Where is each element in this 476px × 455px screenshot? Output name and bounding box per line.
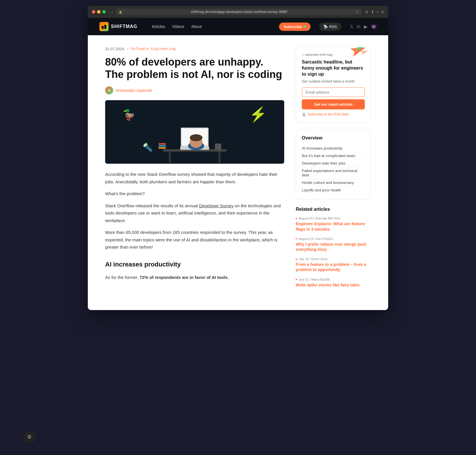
related-link-2[interactable]: From a feature to a problem – from a pro…: [296, 262, 371, 272]
address-bar[interactable]: 🔒 shiftmag.dev/unhappy-developers-stack-…: [116, 9, 362, 15]
related-items: August 26 / Antonija Bilic ArarEngineer …: [296, 217, 371, 287]
rss-label: RSS: [329, 25, 337, 29]
traffic-lights: [92, 10, 106, 14]
overview-card: Overview AI increases productivityBut it…: [296, 129, 371, 200]
svg-rect-3: [169, 152, 171, 163]
navbar: SHIFTMAG Articles Videos About Subscribe…: [88, 18, 388, 35]
newsletter-decoration: [345, 47, 371, 68]
overview-item-5[interactable]: Layoffs and poor health: [302, 187, 365, 194]
related-meta-3: July 11 / Mário Bujňák: [296, 278, 371, 281]
subscribe-label: Subscribe: [284, 25, 302, 29]
back-button[interactable]: ‹: [109, 10, 110, 14]
browser-window: ‹ › 🔒 shiftmag.dev/unhappy-developers-st…: [88, 6, 388, 310]
lock-icon: 🔒: [119, 10, 122, 14]
minimize-button[interactable]: [97, 10, 101, 14]
forward-button[interactable]: ›: [111, 10, 113, 14]
related-item-1: August 23 / Ivan Peričk1Why I prefer reb…: [296, 237, 371, 252]
para-4: More than 65,000 developers from 185 cou…: [105, 229, 284, 251]
overview-title: Overview: [302, 135, 365, 141]
person-svg: [154, 112, 235, 164]
newsletter-card: subscribe shift-mag Sarcastic headline, …: [296, 47, 371, 122]
subscribe-button[interactable]: Subscribe: [279, 23, 310, 31]
overview-item-0[interactable]: AI increases productivity: [302, 145, 365, 152]
content-wrapper: 31.07.2024. / Software Engineering 80% o…: [94, 35, 382, 310]
overview-list: AI increases productivityBut it's bad at…: [302, 145, 365, 194]
overview-item-4[interactable]: Hustle culture and bureaucracy: [302, 179, 365, 187]
section-heading: AI increases productivity: [105, 259, 284, 270]
subscribe-cta-button[interactable]: Get our latest articles: [302, 99, 365, 109]
related-meta-2: July 25 / Denis Gerić: [296, 257, 371, 261]
nav-about[interactable]: About: [191, 24, 202, 29]
related-item-0: August 26 / Antonija Bilic ArarEngineer …: [296, 217, 371, 232]
newsletter-sub: Get curated content twice a month: [302, 79, 365, 83]
svg-rect-1: [104, 25, 106, 29]
sidebar: subscribe shift-mag Sarcastic headline, …: [296, 47, 371, 293]
extensions-icon[interactable]: ⚙: [365, 10, 369, 14]
article-date: 31.07.2024.: [105, 47, 125, 51]
tabs-icon[interactable]: ⧉: [381, 10, 384, 14]
article-body: According to the new Stack Overflow surv…: [105, 171, 284, 281]
author-row: A Anastasija Uspenski: [105, 86, 284, 94]
related-link-0[interactable]: Engineer Explains: What are feature flag…: [296, 221, 371, 232]
widget-icon: ©: [28, 435, 31, 440]
live-dot: [304, 25, 306, 28]
duck-decoration: 🦆: [122, 109, 135, 121]
para-2: What's the problem?: [105, 190, 284, 197]
rss-link[interactable]: 📡 Subscribe to the RSS feed: [302, 112, 365, 116]
email-input[interactable]: [302, 87, 365, 97]
browser-actions: ⚙ ⬆ + ⧉: [365, 10, 384, 14]
page: SHIFTMAG Articles Videos About Subscribe…: [88, 18, 388, 310]
rss-link-text: Subscribe to the RSS feed: [308, 112, 348, 116]
bottom-widget[interactable]: ©: [23, 431, 36, 443]
svg-rect-0: [102, 26, 104, 29]
related-meta-0: August 26 / Antonija Bilic Arar: [296, 217, 371, 220]
svg-rect-8: [215, 143, 221, 150]
maximize-button[interactable]: [102, 10, 106, 14]
rss-button[interactable]: 📡 RSS: [319, 23, 341, 31]
article-category[interactable]: Software Engineering: [131, 47, 176, 51]
related-meta-1: August 23 / Ivan Peričk1: [296, 237, 371, 240]
related-section: Related articles August 26 / Antonija Bi…: [296, 207, 371, 287]
meta-divider: /: [127, 47, 129, 51]
nav-articles[interactable]: Articles: [152, 24, 165, 29]
overview-item-1[interactable]: But it's bad at complicated tasks: [302, 152, 365, 160]
browser-navigation: ‹ ›: [109, 10, 113, 14]
main-content: 31.07.2024. / Software Engineering 80% o…: [105, 47, 284, 293]
nav-videos[interactable]: Videos: [172, 24, 184, 29]
para-1: According to the new Stack Overflow surv…: [105, 171, 284, 185]
reddit-icon[interactable]: 👾: [371, 24, 377, 29]
para-3: Stack Overflow released the results of i…: [105, 202, 284, 224]
rss-icon-small: 📡: [302, 112, 306, 116]
author-avatar: A: [105, 86, 113, 94]
svg-point-12: [190, 134, 202, 141]
article-meta: 31.07.2024. / Software Engineering: [105, 47, 284, 51]
logo-svg: [101, 24, 107, 29]
author-name[interactable]: Anastasija Uspenski: [116, 88, 152, 93]
lightning-decoration: ⚡: [249, 106, 267, 123]
overview-item-3[interactable]: Failed expectations and technical debt: [302, 167, 365, 179]
developer-survey-link[interactable]: Developer Survey: [199, 203, 233, 208]
hero-image: 🦆 ⚡ 🔦: [105, 100, 284, 164]
overview-item-2[interactable]: Developers hate their jobs: [302, 160, 365, 167]
article-title: 80% of developers are unhappy. The probl…: [105, 56, 284, 81]
youtube-icon[interactable]: ▶: [364, 24, 367, 29]
close-button[interactable]: [92, 10, 95, 14]
url-text[interactable]: shiftmag.dev/unhappy-developers-stack-ov…: [124, 10, 354, 14]
twitter-icon[interactable]: 𝕏: [350, 24, 354, 29]
linkedin-icon[interactable]: in: [357, 24, 360, 29]
new-tab-icon[interactable]: +: [377, 10, 379, 14]
logo-icon: [99, 22, 109, 31]
rss-icon: 📡: [323, 25, 328, 29]
reload-icon[interactable]: ↻: [356, 10, 359, 14]
related-item-2: July 25 / Denis GerićFrom a feature to a…: [296, 257, 371, 272]
logo[interactable]: SHIFTMAG: [99, 22, 137, 31]
lamp-decoration: 🔦: [143, 143, 153, 152]
social-icons: 𝕏 in ▶ 👾: [350, 24, 377, 29]
related-title: Related articles: [296, 207, 371, 212]
related-link-1[interactable]: Why I prefer rebase over merge (and ever…: [296, 242, 371, 252]
planes-svg: [345, 47, 371, 67]
related-item-3: July 11 / Mário BujňákWrite spike storie…: [296, 278, 371, 288]
section-body: As for the former, 72% of respondents ar…: [105, 274, 284, 281]
related-link-3[interactable]: Write spike stories like fairy tales: [296, 282, 371, 288]
share-icon[interactable]: ⬆: [371, 10, 374, 14]
